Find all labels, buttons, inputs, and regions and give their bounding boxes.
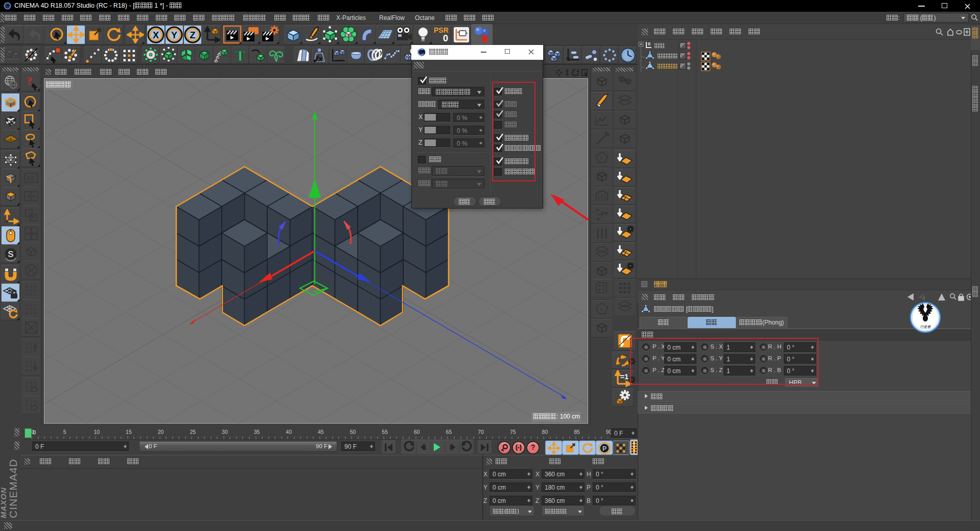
- svg-text:T: T: [235, 47, 245, 63]
- svg-text:?: ?: [26, 74, 32, 87]
- svg-text:X: X: [153, 30, 159, 40]
- svg-text:fx: fx: [316, 54, 323, 63]
- svg-text:行走者: 行走者: [920, 325, 931, 329]
- svg-text:0: 0: [648, 41, 650, 47]
- svg-text:Z: Z: [190, 30, 196, 40]
- svg-text:1/2: 1/2: [27, 175, 34, 181]
- svg-text:P: P: [602, 445, 606, 452]
- svg-text:0: 0: [443, 33, 448, 43]
- svg-text:Y: Y: [171, 30, 177, 40]
- svg-text:?: ?: [531, 443, 535, 451]
- svg-text:S: S: [8, 249, 13, 259]
- svg-text:F: F: [600, 307, 603, 312]
- svg-text:F: F: [600, 156, 603, 161]
- svg-text:=1: =1: [620, 373, 628, 381]
